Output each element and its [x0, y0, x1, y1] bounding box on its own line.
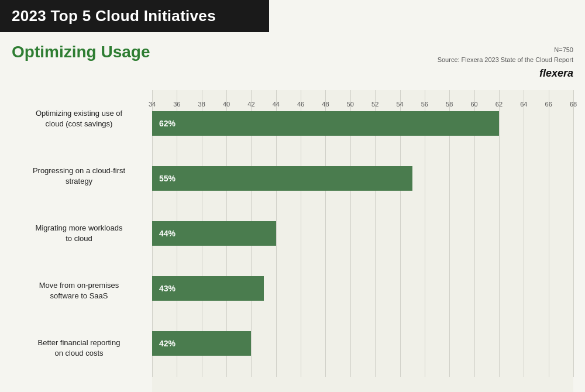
source-block: N=750 Source: Flexera 2023 State of the …	[438, 45, 573, 81]
labels-column: Optimizing existing use ofcloud (cost sa…	[12, 90, 152, 392]
bar-pct-4: 42%	[159, 339, 176, 348]
x-tick-60: 60	[470, 101, 477, 108]
x-tick-48: 48	[322, 101, 329, 108]
bar-1: 55%	[152, 166, 412, 191]
bar-row-2: 44%	[152, 218, 573, 250]
bar-row-3: 43%	[152, 273, 573, 305]
x-tick-58: 58	[446, 101, 453, 108]
x-tick-38: 38	[198, 101, 205, 108]
source-citation: Source: Flexera 2023 State of the Cloud …	[438, 56, 573, 63]
bar-label-2: Migrating more workloadsto cloud	[12, 210, 146, 257]
x-tick-62: 62	[495, 101, 503, 108]
grid-line	[573, 90, 574, 377]
header-banner: 2023 Top 5 Cloud Initiatives	[0, 0, 269, 32]
bar-label-1: Progressing on a cloud-firststrategy	[12, 153, 146, 200]
bar-row-4: 42%	[152, 328, 573, 360]
flexera-logo: flexera	[438, 66, 573, 81]
bars-column: 62%55%44%43%42% 343638404244464850525456…	[152, 90, 573, 392]
bars-inner: 62%55%44%43%42%	[152, 90, 573, 377]
x-axis-labels: 343638404244464850525456586062646668	[152, 90, 573, 108]
bar-0: 62%	[152, 111, 499, 136]
bar-label-4: Better financial reportingon cloud costs	[12, 325, 146, 372]
page-title: 2023 Top 5 Cloud Initiatives	[12, 7, 257, 25]
bar-3: 43%	[152, 276, 264, 301]
bar-row-1: 55%	[152, 163, 573, 195]
bar-row-0: 62%	[152, 108, 573, 140]
x-tick-52: 52	[371, 101, 378, 108]
sample-size: N=750	[554, 46, 573, 53]
bar-4: 42%	[152, 331, 251, 356]
x-tick-54: 54	[396, 101, 403, 108]
x-tick-44: 44	[273, 101, 280, 108]
page-wrapper: 2023 Top 5 Cloud Initiatives Optimizing …	[0, 0, 585, 392]
bar-pct-3: 43%	[159, 284, 176, 293]
x-tick-68: 68	[570, 101, 577, 108]
bar-2: 44%	[152, 221, 276, 246]
x-tick-56: 56	[421, 101, 428, 108]
bar-pct-0: 62%	[159, 119, 176, 128]
bar-label-0: Optimizing existing use ofcloud (cost sa…	[12, 95, 146, 142]
chart-area: Optimizing existing use ofcloud (cost sa…	[0, 84, 585, 392]
x-tick-34: 34	[149, 101, 156, 108]
bar-pct-1: 55%	[159, 174, 176, 183]
x-tick-66: 66	[545, 101, 552, 108]
x-tick-42: 42	[247, 101, 254, 108]
x-tick-40: 40	[223, 101, 230, 108]
x-tick-46: 46	[297, 101, 304, 108]
x-tick-50: 50	[347, 101, 354, 108]
bar-pct-2: 44%	[159, 229, 176, 238]
x-tick-64: 64	[520, 101, 527, 108]
x-tick-36: 36	[173, 101, 180, 108]
bars-wrapper: 62%55%44%43%42% 343638404244464850525456…	[152, 90, 573, 392]
chart-subtitle: Optimizing Usage	[12, 43, 150, 61]
bar-label-3: Move from on-premisessoftware to SaaS	[12, 267, 146, 314]
